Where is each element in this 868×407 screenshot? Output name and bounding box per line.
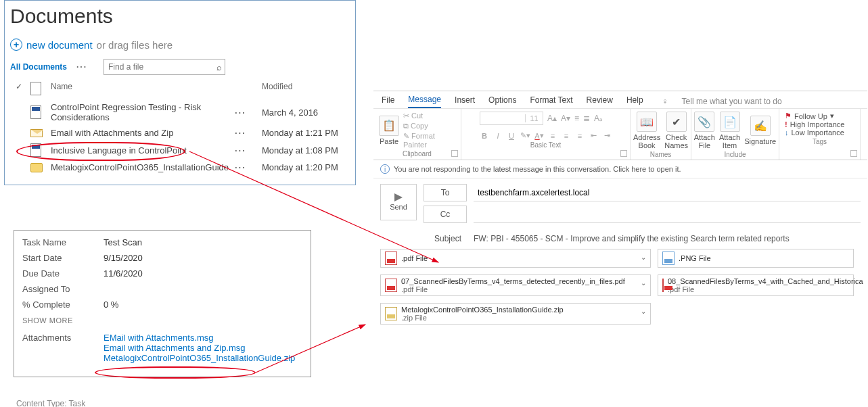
attach-item-icon: 📄 (720, 112, 740, 132)
tell-me-input[interactable]: Tell me what you want to do (682, 97, 782, 106)
highlight-icon[interactable]: ✎▾ (520, 131, 530, 140)
dialog-launcher-icon[interactable] (451, 150, 458, 157)
attachment-link[interactable]: MetalogixControlPointO365_InstallationGu… (104, 353, 302, 363)
due-date-key: Due Date (22, 268, 104, 279)
tab-format-text[interactable]: Format Text (530, 95, 572, 107)
tab-message[interactable]: Message (408, 95, 441, 108)
search-input[interactable] (104, 61, 214, 73)
follow-up-button[interactable]: ⚑Follow Up ▾ (785, 112, 834, 120)
cc-field[interactable] (474, 206, 861, 223)
item-menu-icon[interactable]: ··· (235, 107, 262, 118)
signature-button[interactable]: ✍Signature (744, 116, 776, 145)
attach-file-button[interactable]: 📎Attach File (694, 112, 715, 149)
basic-text-group: 11 A▴ A▾ ≡ ≣ Aₐ B I U ✎▾ A▾ ≡ ≡ ≡ (461, 109, 631, 160)
word-file-icon (30, 143, 41, 157)
align-right-icon[interactable]: ≡ (575, 131, 585, 140)
file-name[interactable]: MetalogixControlPointO365_InstallationGu… (51, 162, 235, 172)
attachment-link[interactable]: Email with Attachments and Zip.msg (104, 343, 302, 353)
modified-header[interactable]: Modified (262, 82, 350, 95)
clipboard-icon: 📋 (379, 116, 399, 136)
bullets-icon[interactable]: ≡ (574, 114, 579, 123)
attachment-card[interactable]: .PNG File (658, 249, 854, 268)
chevron-down-icon[interactable]: ⌄ (641, 279, 646, 287)
plus-circle-icon[interactable]: + (10, 39, 22, 51)
attach-item-button[interactable]: 📄Attach Item (719, 112, 740, 149)
view-controls: All Documents ··· ⌕ (10, 59, 350, 75)
attachment-card[interactable]: .pdf File ⌄ (380, 249, 651, 268)
tab-review[interactable]: Review (587, 95, 613, 107)
file-name[interactable]: Email with Attachments and Zip (51, 128, 235, 138)
attachment-card[interactable]: 07_ScannedFilesByTerms_v4_terms_detected… (380, 274, 651, 296)
dialog-launcher-icon[interactable] (620, 150, 627, 157)
copy-button[interactable]: ⧉ Copy (403, 122, 455, 130)
pilcrow-icon[interactable]: Aₐ (594, 114, 603, 123)
list-item[interactable]: Inclusive Language in ControlPoint ··· M… (10, 141, 350, 160)
group-label: Clipboard (403, 150, 432, 158)
font-selector[interactable]: 11 (480, 112, 543, 125)
tab-insert[interactable]: Insert (455, 95, 475, 107)
list-item[interactable]: Email with Attachments and Zip ··· Monda… (10, 125, 350, 141)
underline-button[interactable]: U (507, 131, 516, 140)
check-names-icon: ✔ (666, 112, 687, 132)
new-document-link[interactable]: new document (26, 39, 93, 51)
folder-file-icon (30, 163, 43, 172)
names-group: 📖Address Book ✔Check Names Names (631, 109, 691, 160)
list-item[interactable]: ControlPoint Regression Testing - Risk C… (10, 99, 350, 125)
align-center-icon[interactable]: ≡ (562, 131, 571, 140)
align-left-icon[interactable]: ≡ (548, 131, 557, 140)
file-name[interactable]: ControlPoint Regression Testing - Risk C… (51, 102, 235, 122)
tab-help[interactable]: Help (626, 95, 643, 107)
attachment-card[interactable]: MetalogixControlPointO365_InstallationGu… (380, 303, 651, 325)
column-headers: ✓ Name Modified (10, 82, 350, 95)
search-box[interactable]: ⌕ (104, 59, 225, 75)
checkmark-header: ✓ (16, 82, 30, 95)
font-color-icon[interactable]: A▾ (534, 131, 544, 140)
start-date-value: 9/15/2020 (104, 253, 302, 263)
paste-button[interactable]: 📋 Paste (379, 116, 399, 145)
high-importance-button[interactable]: !High Importance (785, 120, 844, 128)
to-field[interactable] (474, 184, 861, 201)
indent-dec-icon[interactable]: ⇤ (589, 131, 598, 140)
attachment-card[interactable]: 08_ScannedFilesByTerms_v4_with_Cached_an… (658, 274, 854, 296)
file-name[interactable]: Inclusive Language in ControlPoint (51, 145, 235, 155)
subject-value[interactable]: FW: PBI - 455065 - SCM - Improve and sim… (474, 234, 790, 243)
to-button[interactable]: To (424, 184, 467, 201)
tab-file[interactable]: File (382, 95, 394, 107)
all-documents-view[interactable]: All Documents (10, 62, 67, 72)
numbering-icon[interactable]: ≣ (583, 114, 590, 123)
clipboard-group: 📋 Paste ✂ Cut ⧉ Copy ✎ Format Painter Cl… (373, 109, 461, 160)
group-label: Basic Text (530, 141, 561, 149)
group-label: Names (650, 151, 672, 158)
list-item[interactable]: MetalogixControlPointO365_InstallationGu… (10, 160, 350, 175)
address-book-button[interactable]: 📖Address Book (633, 112, 660, 149)
modified-date: March 4, 2016 (262, 107, 350, 118)
italic-button[interactable]: I (493, 131, 503, 140)
info-bar[interactable]: i You are not responding to the latest m… (373, 160, 867, 178)
grow-font-icon[interactable]: A▴ (547, 114, 557, 123)
chevron-down-icon[interactable]: ⌄ (641, 254, 646, 261)
pdf-file-icon (385, 252, 397, 265)
cut-button[interactable]: ✂ Cut (403, 112, 455, 120)
dialog-launcher-icon[interactable] (850, 150, 857, 157)
send-button[interactable]: Send (380, 184, 417, 220)
check-names-button[interactable]: ✔Check Names (664, 112, 688, 149)
view-more-icon[interactable]: ··· (76, 62, 87, 72)
search-icon[interactable]: ⌕ (214, 62, 225, 72)
tab-options[interactable]: Options (488, 95, 516, 107)
name-header[interactable]: Name (51, 82, 235, 95)
low-importance-button[interactable]: ↓Low Importance (785, 128, 844, 137)
lightbulb-icon: ♀ (662, 97, 668, 106)
shrink-font-icon[interactable]: A▾ (561, 114, 570, 123)
subject-row: Subject FW: PBI - 455065 - SCM - Improve… (373, 230, 867, 249)
show-more-link[interactable]: SHOW MORE (22, 316, 302, 325)
item-menu-icon[interactable]: ··· (235, 145, 262, 155)
item-menu-icon[interactable]: ··· (235, 128, 262, 138)
chevron-down-icon[interactable]: ⌄ (641, 308, 646, 315)
indent-inc-icon[interactable]: ⇥ (602, 131, 612, 140)
page-title: Documents (10, 5, 350, 28)
cc-button[interactable]: Cc (424, 206, 467, 223)
bold-button[interactable]: B (480, 131, 489, 140)
item-menu-icon[interactable]: ··· (235, 162, 262, 172)
format-painter-button[interactable]: ✎ Format Painter (403, 132, 455, 149)
attachment-link[interactable]: EMail with Attachments.msg (104, 333, 302, 343)
